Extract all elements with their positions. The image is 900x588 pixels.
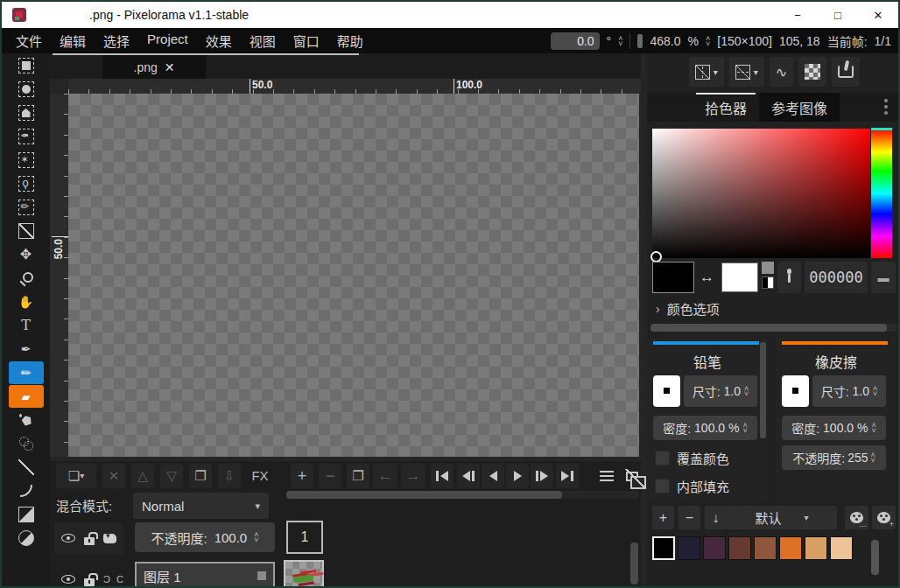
tool-magic-wand-button[interactable] xyxy=(9,149,44,172)
eraser-density-spinner[interactable]: ˄˅ xyxy=(872,423,876,433)
tool-eraser-button[interactable] xyxy=(9,385,44,408)
layer-fx-button[interactable]: FX xyxy=(247,464,273,488)
color-mode-button[interactable]: ▬ xyxy=(871,262,896,293)
pencil-panel-scrollbar[interactable] xyxy=(760,342,766,438)
palette-select-dropdown[interactable]: 默认 ▾ xyxy=(727,506,837,529)
tool-bucket-button[interactable] xyxy=(9,409,44,431)
tool-pencil-button[interactable] xyxy=(9,361,44,384)
eyedropper-button[interactable] xyxy=(777,262,801,293)
tool-paint-select-button[interactable] xyxy=(9,196,44,219)
zoom-slider[interactable] xyxy=(637,34,643,48)
merge-layer-down-button[interactable]: ⇩ xyxy=(218,464,241,488)
step-forward-button[interactable] xyxy=(531,464,553,488)
palette-scrollbar[interactable] xyxy=(871,540,879,575)
menu-item-6[interactable]: 窗口 xyxy=(285,32,328,50)
close-icon[interactable]: ✕ xyxy=(858,2,898,28)
saturation-value-square[interactable] xyxy=(652,129,870,258)
maximize-icon[interactable]: □ xyxy=(818,2,858,28)
tool-text-button[interactable] xyxy=(9,314,44,337)
menu-item-7[interactable]: 帮助 xyxy=(328,32,372,50)
panel-menu-icon[interactable] xyxy=(884,99,888,102)
palette-swatch-6[interactable] xyxy=(805,536,827,560)
default-gray-swatch[interactable] xyxy=(762,262,774,274)
add-frame-button[interactable]: + xyxy=(291,464,313,488)
tool-line-button[interactable] xyxy=(9,456,44,479)
new-palette-button[interactable]: + xyxy=(872,506,896,529)
eraser-brush-button[interactable] xyxy=(782,375,809,407)
edit-palette-button[interactable]: … xyxy=(845,506,868,529)
tool-crop-button[interactable] xyxy=(9,220,44,242)
tool-curve-button[interactable] xyxy=(9,480,44,502)
overwrite-color-checkbox[interactable] xyxy=(655,451,670,466)
pencil-brush-button[interactable] xyxy=(653,375,680,407)
tool-ellipse-select-button[interactable] xyxy=(9,78,44,101)
palette-swatch-4[interactable] xyxy=(754,536,777,560)
color-panel-scrollbar[interactable] xyxy=(650,324,897,332)
eraser-opacity-spinner[interactable]: ˄˅ xyxy=(870,452,875,463)
layer-lock-icon[interactable] xyxy=(84,537,95,545)
rotation-input[interactable]: 0.0 xyxy=(551,32,600,50)
hex-color-field[interactable]: 000000 xyxy=(805,262,868,293)
hue-cursor[interactable] xyxy=(871,128,892,130)
new-layer-button[interactable]: ❏ ▾ xyxy=(56,464,96,488)
eraser-opacity-spinbox[interactable]: 不透明度:255 ˄˅ xyxy=(782,445,886,470)
remove-swatch-button[interactable]: − xyxy=(679,506,700,529)
pencil-density-spinbox[interactable]: 密度:100.0% ˄˅ xyxy=(653,416,757,440)
default-bw-swatch[interactable] xyxy=(762,276,774,289)
color-options-expander[interactable]: › 颜色选项 xyxy=(656,299,720,318)
tab-color-picker[interactable]: 拾色器 xyxy=(693,93,759,122)
swap-colors-icon[interactable]: ↔ xyxy=(700,269,714,286)
canvas-transparent-checkerboard[interactable] xyxy=(68,94,639,457)
pencil-density-spinner[interactable]: ˄˅ xyxy=(743,423,748,433)
rotation-spinner[interactable]: ˄˅ xyxy=(618,36,622,46)
tab-close-icon[interactable]: ✕ xyxy=(165,60,175,74)
primary-color-swatch[interactable] xyxy=(652,262,694,293)
fill-inside-checkbox[interactable] xyxy=(655,479,670,494)
palette-swatch-0[interactable] xyxy=(652,536,675,560)
eraser-size-spinbox[interactable]: 尺寸:1.0 ˄˅ xyxy=(812,375,886,407)
frame-1-button[interactable]: 1 xyxy=(286,521,323,554)
sort-swatch-button[interactable]: ↓ xyxy=(705,506,727,529)
duplicate-layer-button[interactable]: ❐ xyxy=(189,464,212,488)
move-frame-right-button[interactable]: → xyxy=(401,464,425,488)
pencil-size-spinbox[interactable]: 尺寸:1.0 ˄˅ xyxy=(684,375,757,407)
transparency-grid-button[interactable] xyxy=(798,57,826,87)
minimize-icon[interactable]: − xyxy=(777,2,818,28)
go-first-frame-button[interactable] xyxy=(431,464,454,488)
mirror-horizontal-button[interactable]: ▾ xyxy=(729,57,764,87)
go-last-frame-button[interactable] xyxy=(556,464,579,488)
timeline-horizontal-scrollbar[interactable] xyxy=(286,491,639,499)
zoom-spinner[interactable]: ˄˅ xyxy=(706,36,710,46)
zoom-value[interactable]: 468.0 xyxy=(650,34,680,48)
menu-item-1[interactable]: 编辑 xyxy=(51,32,95,50)
secondary-color-swatch[interactable] xyxy=(721,262,758,292)
tool-zoom-button[interactable] xyxy=(9,267,44,290)
hue-slider[interactable] xyxy=(871,129,892,258)
timeline-vertical-scrollbar[interactable] xyxy=(630,542,638,584)
dynamics-button[interactable]: ∿ xyxy=(770,57,793,87)
menu-item-3[interactable]: Project xyxy=(138,32,197,50)
layer-name-field[interactable]: 图层 1 xyxy=(135,562,275,588)
move-layer-down-button[interactable]: ▽ xyxy=(160,464,183,488)
tool-color-picker-button[interactable] xyxy=(9,338,44,360)
step-backward-button[interactable] xyxy=(457,464,480,488)
add-swatch-button[interactable]: + xyxy=(652,506,674,529)
ink-button[interactable] xyxy=(832,57,860,87)
tool-polygon-select-button[interactable] xyxy=(9,102,44,124)
tool-color-select-button[interactable] xyxy=(9,125,44,148)
delete-layer-button[interactable]: ✕ xyxy=(102,464,125,488)
pencil-size-spinner[interactable]: ˄˅ xyxy=(744,386,749,396)
layer1-link-icon[interactable]: Ɔ C xyxy=(103,574,125,584)
layer1-visibility-icon[interactable] xyxy=(61,575,75,584)
palette-swatch-3[interactable] xyxy=(728,536,751,560)
mirror-vertical-button[interactable]: ▾ xyxy=(689,57,724,87)
move-layer-up-button[interactable]: △ xyxy=(131,464,154,488)
palette-swatch-1[interactable] xyxy=(678,536,700,560)
tool-pan-button[interactable] xyxy=(9,290,44,313)
tool-move-button[interactable] xyxy=(9,243,44,266)
menu-item-2[interactable]: 选择 xyxy=(95,32,138,50)
document-tab[interactable]: .png ✕ xyxy=(102,55,206,79)
move-frame-left-button[interactable]: ← xyxy=(373,464,397,488)
eraser-density-spinbox[interactable]: 密度:100.0% ˄˅ xyxy=(782,416,886,440)
remove-frame-button[interactable]: − xyxy=(319,464,341,488)
